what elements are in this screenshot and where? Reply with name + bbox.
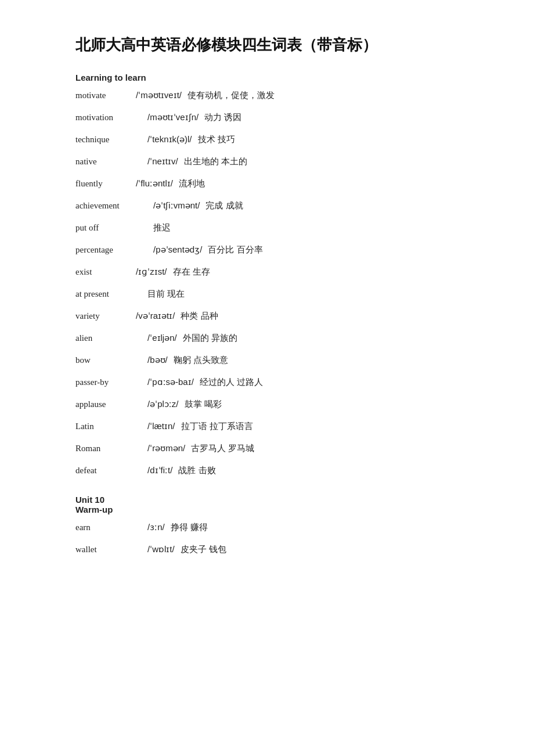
- entry-fluently: fluently /ˈfluːəntlɪ/ 流利地: [75, 177, 459, 190]
- word-latin: Latin: [75, 419, 145, 433]
- meaning-roman: 古罗马人 罗马城: [191, 441, 254, 455]
- entry-at-present: at present 目前 现在: [75, 287, 459, 301]
- entry-defeat: defeat /dɪˈfiːt/ 战胜 击败: [75, 463, 459, 477]
- word-percentage: percentage: [75, 243, 151, 257]
- meaning-percentage: 百分比 百分率: [208, 243, 262, 257]
- phonetic-defeat: /dɪˈfiːt/: [147, 463, 172, 477]
- meaning-put-off: 推迟: [153, 221, 171, 235]
- word-bow: bow: [75, 353, 145, 367]
- word-technique: technique: [75, 132, 145, 146]
- unit10-header: Unit 10 Warm-up: [75, 495, 459, 514]
- phonetic-variety: /vəˈraɪətɪ/: [136, 309, 175, 323]
- phonetic-latin: /ˈlætɪn/: [147, 419, 175, 433]
- word-exist: exist: [75, 265, 134, 279]
- word-motivate: motivate: [75, 88, 134, 102]
- word-at-present: at present: [75, 287, 145, 301]
- entry-put-off: put off 推迟: [75, 221, 459, 235]
- phonetic-technique: /ˈteknɪk(ə)l/: [147, 132, 192, 146]
- word-roman: Roman: [75, 441, 145, 455]
- phonetic-percentage: /pəˈsentədʒ/: [153, 243, 202, 257]
- meaning-motivate: 使有动机，促使，激发: [187, 88, 275, 102]
- entry-applause: applause /əˈplɔːz/ 鼓掌 喝彩: [75, 397, 459, 411]
- meaning-wallet: 皮夹子 钱包: [181, 542, 226, 556]
- entry-achievement: achievement /əˈtʃiːvmənt/ 完成 成就: [75, 199, 459, 213]
- phonetic-fluently: /ˈfluːəntlɪ/: [136, 177, 173, 190]
- entry-passer-by: passer-by /ˈpɑːsə-baɪ/ 经过的人 过路人: [75, 375, 459, 389]
- entry-motivate: motivate /ˈməʊtɪveɪt/ 使有动机，促使，激发: [75, 88, 459, 102]
- meaning-exist: 存在 生存: [173, 265, 210, 279]
- word-variety: variety: [75, 309, 134, 323]
- entry-native: native /ˈneɪtɪv/ 出生地的 本土的: [75, 154, 459, 168]
- unit10-title: Unit 10: [75, 495, 459, 505]
- meaning-defeat: 战胜 击败: [178, 463, 215, 477]
- phonetic-bow: /bəʊ/: [147, 353, 168, 367]
- word-alien: alien: [75, 331, 145, 345]
- word-wallet: wallet: [75, 542, 145, 556]
- meaning-technique: 技术 技巧: [198, 132, 235, 146]
- word-fluently: fluently: [75, 177, 134, 190]
- word-native: native: [75, 154, 145, 168]
- meaning-earn: 挣得 赚得: [171, 520, 208, 534]
- page-title: 北师大高中英语必修模块四生词表（带音标）: [75, 35, 459, 55]
- entry-motivation: motivation /məʊtɪˈveɪʃn/ 动力 诱因: [75, 110, 459, 124]
- phonetic-applause: /əˈplɔːz/: [147, 397, 179, 411]
- entry-latin: Latin /ˈlætɪn/ 拉丁语 拉丁系语言: [75, 419, 459, 433]
- meaning-latin: 拉丁语 拉丁系语言: [181, 419, 253, 433]
- word-passer-by: passer-by: [75, 375, 145, 389]
- entry-wallet: wallet /ˈwɒlɪt/ 皮夹子 钱包: [75, 542, 459, 556]
- meaning-achievement: 完成 成就: [205, 199, 243, 213]
- meaning-at-present: 目前 现在: [147, 287, 185, 301]
- phonetic-earn: /ɜːn/: [147, 520, 165, 534]
- entry-variety: variety /vəˈraɪətɪ/ 种类 品种: [75, 309, 459, 323]
- word-put-off: put off: [75, 221, 151, 235]
- phonetic-motivate: /ˈməʊtɪveɪt/: [136, 88, 182, 102]
- word-motivation: motivation: [75, 110, 145, 124]
- entry-exist: exist /ɪɡˈzɪst/ 存在 生存: [75, 265, 459, 279]
- section-label-learning: Learning to learn: [75, 73, 459, 82]
- phonetic-motivation: /məʊtɪˈveɪʃn/: [147, 110, 199, 124]
- meaning-bow: 鞠躬 点头致意: [174, 353, 228, 367]
- phonetic-achievement: /əˈtʃiːvmənt/: [153, 199, 200, 213]
- entry-technique: technique /ˈteknɪk(ə)l/ 技术 技巧: [75, 132, 459, 146]
- phonetic-exist: /ɪɡˈzɪst/: [136, 265, 167, 279]
- meaning-native: 出生地的 本土的: [184, 154, 247, 168]
- meaning-passer-by: 经过的人 过路人: [200, 375, 263, 389]
- meaning-applause: 鼓掌 喝彩: [185, 397, 222, 411]
- meaning-variety: 种类 品种: [181, 309, 218, 323]
- phonetic-roman: /ˈrəʊmən/: [147, 441, 185, 455]
- meaning-alien: 外国的 异族的: [183, 331, 237, 345]
- word-defeat: defeat: [75, 463, 145, 477]
- word-achievement: achievement: [75, 199, 151, 213]
- entry-earn: earn /ɜːn/ 挣得 赚得: [75, 520, 459, 534]
- entry-roman: Roman /ˈrəʊmən/ 古罗马人 罗马城: [75, 441, 459, 455]
- phonetic-passer-by: /ˈpɑːsə-baɪ/: [147, 375, 194, 389]
- entry-bow: bow /bəʊ/ 鞠躬 点头致意: [75, 353, 459, 367]
- entry-percentage: percentage /pəˈsentədʒ/ 百分比 百分率: [75, 243, 459, 257]
- phonetic-wallet: /ˈwɒlɪt/: [147, 542, 175, 556]
- word-earn: earn: [75, 520, 145, 534]
- word-applause: applause: [75, 397, 145, 411]
- section-learning-to-learn: Learning to learn motivate /ˈməʊtɪveɪt/ …: [75, 73, 459, 477]
- entry-alien: alien /ˈeɪljən/ 外国的 异族的: [75, 331, 459, 345]
- section-unit10: Unit 10 Warm-up earn /ɜːn/ 挣得 赚得 wallet …: [75, 495, 459, 556]
- meaning-fluently: 流利地: [179, 177, 205, 190]
- meaning-motivation: 动力 诱因: [204, 110, 241, 124]
- warmup-title: Warm-up: [75, 505, 459, 514]
- phonetic-alien: /ˈeɪljən/: [147, 331, 177, 345]
- phonetic-native: /ˈneɪtɪv/: [147, 154, 178, 168]
